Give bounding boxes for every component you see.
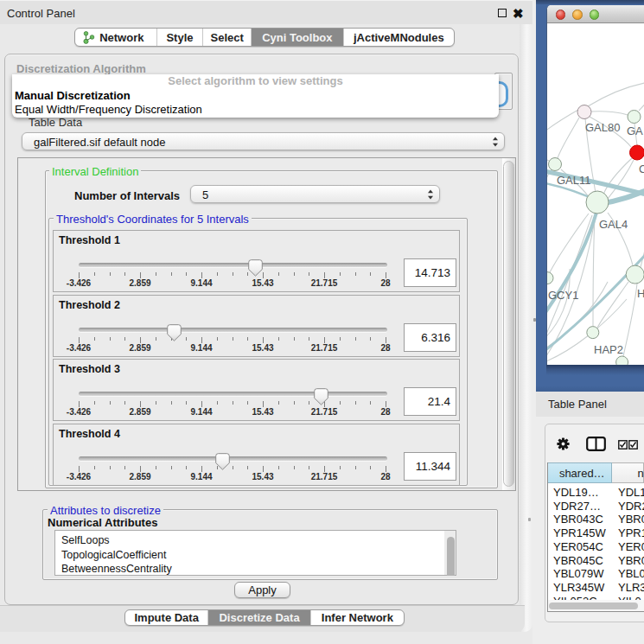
- svg-text:HAP2: HAP2: [594, 343, 623, 356]
- svg-text:H: H: [637, 287, 644, 300]
- svg-text:GAL80: GAL80: [585, 121, 620, 134]
- svg-text:GAL11: GAL11: [557, 174, 591, 187]
- svg-text:GAL4: GAL4: [599, 218, 628, 231]
- svg-text:C: C: [639, 163, 644, 175]
- svg-text:GA: GA: [627, 124, 643, 137]
- svg-text:GCY1: GCY1: [548, 289, 578, 302]
